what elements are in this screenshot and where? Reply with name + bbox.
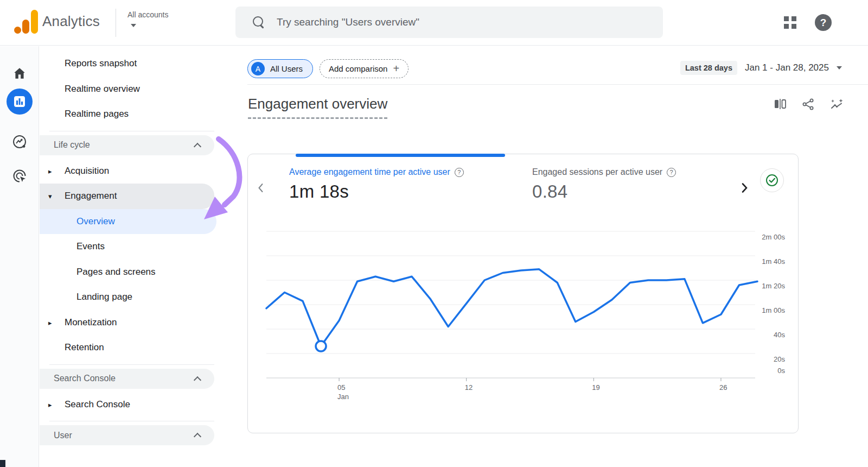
svg-text:1m 20s: 1m 20s xyxy=(762,282,785,290)
expand-triangle-icon: ▸ xyxy=(48,318,59,326)
app-header: Analytics All accounts ? xyxy=(0,0,868,46)
primary-nav-rail xyxy=(0,46,39,467)
google-apps-grid-icon[interactable] xyxy=(784,16,796,29)
metric-label-link[interactable]: Engaged sessions per active user xyxy=(532,167,662,177)
comparison-chips-row: A All Users Add comparison + xyxy=(247,59,409,78)
sidebar-item-label: Realtime overview xyxy=(65,84,140,94)
previous-metrics-button[interactable] xyxy=(254,181,267,194)
reports-nav-button[interactable] xyxy=(7,89,33,115)
audience-badge: A xyxy=(251,62,265,75)
search-icon xyxy=(253,16,265,28)
section-header-label: Life cycle xyxy=(54,140,90,150)
svg-text:19: 19 xyxy=(592,383,599,392)
account-selector-label: All accounts xyxy=(127,10,168,19)
sidebar-item-label: Acquisition xyxy=(65,166,109,176)
reports-sidebar: Reports snapshot Realtime overview Realt… xyxy=(40,46,235,467)
share-button[interactable] xyxy=(802,98,815,111)
plus-icon: + xyxy=(393,62,399,75)
date-range-preset-badge: Last 28 days xyxy=(680,61,737,75)
selected-metric-tab-indicator xyxy=(296,154,505,157)
sidebar-item-search-console[interactable]: ▸ Search Console xyxy=(40,392,235,418)
metric-engaged-sessions: Engaged sessions per active user ? 0.84 xyxy=(532,167,676,202)
insights-button[interactable] xyxy=(830,98,843,111)
metric-value: 1m 18s xyxy=(289,181,464,202)
search-input[interactable] xyxy=(277,16,624,28)
date-range-text: Jan 1 - Jan 28, 2025 xyxy=(745,62,829,73)
sidebar-section-search-console[interactable]: Search Console xyxy=(40,369,214,389)
expand-triangle-icon: ▸ xyxy=(48,400,59,408)
svg-text:20s: 20s xyxy=(774,355,785,363)
sidebar-item-label: Retention xyxy=(65,342,104,353)
add-comparison-label: Add comparison xyxy=(329,64,387,73)
brand-name: Analytics xyxy=(42,13,100,30)
home-icon xyxy=(12,66,27,80)
sidebar-item-label: Engagement xyxy=(65,191,117,201)
sidebar-item-monetization[interactable]: ▸ Monetization xyxy=(40,310,235,336)
report-toolbar xyxy=(774,98,843,111)
explore-nav-button[interactable] xyxy=(7,129,33,155)
sidebar-item-pages-and-screens[interactable]: Pages and screens xyxy=(40,260,235,285)
sidebar-item-realtime-pages[interactable]: Realtime pages xyxy=(40,102,235,127)
section-header-label: Search Console xyxy=(54,374,116,383)
date-range-picker[interactable]: Last 28 days Jan 1 - Jan 28, 2025 xyxy=(680,61,842,75)
sidebar-item-label: Overview xyxy=(76,216,115,227)
sidebar-item-label: Events xyxy=(76,241,105,252)
explore-icon xyxy=(12,134,27,149)
sidebar-item-landing-page[interactable]: Landing page xyxy=(40,285,235,310)
sidebar-item-realtime-overview[interactable]: Realtime overview xyxy=(40,77,235,102)
all-users-chip-label: All Users xyxy=(270,64,303,73)
screen-edge-artifact xyxy=(0,460,5,467)
svg-text:40s: 40s xyxy=(774,331,785,339)
chevron-up-icon xyxy=(194,433,201,440)
advertising-icon xyxy=(12,168,27,184)
svg-text:05: 05 xyxy=(337,383,345,392)
advertising-nav-button[interactable] xyxy=(7,163,33,189)
sidebar-item-events[interactable]: Events xyxy=(40,234,235,260)
account-selector[interactable]: All accounts xyxy=(127,10,168,20)
help-tooltip-icon[interactable]: ? xyxy=(667,168,676,177)
svg-text:1m 40s: 1m 40s xyxy=(762,257,785,266)
sidebar-item-overview[interactable]: Overview xyxy=(40,209,216,235)
search-bar[interactable] xyxy=(235,7,663,38)
sidebar-divider xyxy=(49,421,214,421)
svg-text:0s: 0s xyxy=(777,367,785,375)
header-divider xyxy=(116,9,116,37)
sidebar-item-label: Monetization xyxy=(65,317,117,328)
data-quality-check-icon xyxy=(764,172,780,188)
next-metrics-button[interactable] xyxy=(738,181,751,194)
all-users-chip[interactable]: A All Users xyxy=(247,59,313,78)
comparison-panel-button[interactable] xyxy=(774,98,787,111)
home-nav-button[interactable] xyxy=(7,60,33,86)
engagement-overview-card: Average engagement time per active user … xyxy=(247,154,799,433)
engagement-line-chart: 2m 00s1m 40s1m 20s1m 00s40s20s0s05Jan121… xyxy=(248,218,799,405)
section-header-label: User xyxy=(54,431,72,440)
sidebar-section-user[interactable]: User xyxy=(40,425,214,445)
sidebar-item-label: Realtime pages xyxy=(65,109,129,119)
caret-down-icon xyxy=(131,24,136,27)
sidebar-item-label: Reports snapshot xyxy=(65,58,137,69)
help-icon[interactable]: ? xyxy=(815,14,832,31)
svg-text:2m 00s: 2m 00s xyxy=(762,233,785,241)
page-title: Engagement overview xyxy=(248,96,387,119)
add-comparison-chip[interactable]: Add comparison + xyxy=(320,59,409,78)
sidebar-item-reports-snapshot[interactable]: Reports snapshot xyxy=(40,51,235,77)
svg-text:1m 00s: 1m 00s xyxy=(762,306,785,314)
sidebar-section-life-cycle[interactable]: Life cycle xyxy=(40,135,214,155)
help-tooltip-icon[interactable]: ? xyxy=(455,168,464,177)
data-quality-button[interactable] xyxy=(760,168,784,192)
collapse-triangle-icon: ▾ xyxy=(48,192,59,200)
sidebar-item-engagement[interactable]: ▾ Engagement xyxy=(40,184,214,209)
bar-chart-icon xyxy=(13,95,26,108)
content-divider xyxy=(247,84,868,85)
metric-label-link[interactable]: Average engagement time per active user xyxy=(289,167,450,177)
main-content: A All Users Add comparison + Last 28 day… xyxy=(247,46,868,467)
sidebar-item-label: Search Console xyxy=(65,399,130,410)
caret-down-icon xyxy=(837,66,842,70)
sidebar-item-retention[interactable]: Retention xyxy=(40,335,235,361)
sidebar-item-label: Landing page xyxy=(76,292,132,302)
sidebar-item-label: Pages and screens xyxy=(76,267,156,277)
svg-text:12: 12 xyxy=(465,383,473,392)
sidebar-item-acquisition[interactable]: ▸ Acquisition xyxy=(40,159,235,184)
sidebar-divider xyxy=(49,364,214,365)
chevron-up-icon xyxy=(194,376,201,383)
